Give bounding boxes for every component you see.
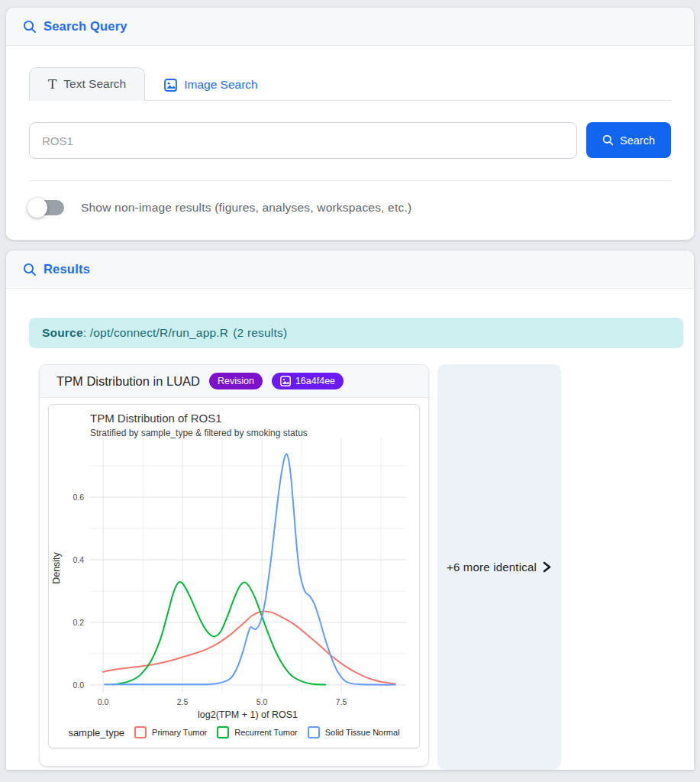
- legend-title: sample_type: [68, 727, 124, 738]
- tab-text-search[interactable]: T Text Search: [29, 67, 145, 101]
- tab-image-search[interactable]: Image Search: [145, 68, 277, 101]
- results-search-icon: [23, 263, 37, 276]
- text-search-icon: T: [48, 78, 56, 91]
- svg-text:0.2: 0.2: [73, 618, 84, 627]
- more-identical-label: +6 more identical: [447, 561, 537, 574]
- image-search-icon: [164, 79, 177, 92]
- search-query-panel: Search Query T Text Search Image Search …: [6, 8, 694, 240]
- tab-text-search-label: Text Search: [63, 77, 126, 91]
- tab-image-search-label: Image Search: [184, 78, 258, 92]
- source-banner: Source: /opt/connect/R/run_app.R(2 resul…: [29, 318, 683, 348]
- legend-label: Primary Tumor: [152, 728, 207, 737]
- search-input[interactable]: [29, 122, 577, 159]
- plot-subtitle: Stratified by sample_type & filtered by …: [90, 428, 419, 438]
- search-button[interactable]: Search: [586, 122, 671, 158]
- results-body: Source: /opt/connect/R/run_app.R(2 resul…: [6, 289, 694, 770]
- search-button-icon: [602, 134, 614, 146]
- image-hash-badge-label: 16a4f4ee: [295, 376, 335, 386]
- search-icon: [23, 20, 37, 34]
- source-label: Source: [42, 326, 83, 339]
- legend-label: Recurrent Tumor: [234, 728, 298, 737]
- svg-text:5.0: 5.0: [256, 697, 268, 706]
- svg-text:7.5: 7.5: [336, 697, 347, 706]
- search-row: Search: [29, 122, 671, 159]
- result-card-header: TPM Distribution in LUAD Revision 16a4f4…: [40, 365, 428, 398]
- result-card-title: TPM Distribution in LUAD: [56, 374, 200, 389]
- search-body: T Text Search Image Search Search: [6, 46, 694, 240]
- results-panel: Results Source: /opt/connect/R/run_app.R…: [6, 250, 694, 770]
- source-count: (2 results): [233, 326, 287, 339]
- plot-title: TPM Distribution of ROS1: [90, 411, 419, 426]
- search-query-header: Search Query: [6, 8, 694, 46]
- svg-text:0.0: 0.0: [73, 680, 84, 690]
- result-card-body: TPM Distribution of ROS1 Stratified by s…: [40, 398, 428, 758]
- legend-item: Recurrent Tumor: [217, 726, 298, 738]
- svg-text:0.6: 0.6: [73, 493, 84, 502]
- legend-key-icon: [308, 726, 320, 738]
- density-chart: 0.02.55.07.50.00.20.40.6log2(TPM + 1) of…: [49, 438, 420, 723]
- legend-item: Solid Tissue Normal: [308, 726, 400, 738]
- legend-key-icon: [217, 726, 229, 738]
- search-query-title: Search Query: [44, 19, 127, 34]
- revision-badge-label: Revision: [218, 376, 254, 386]
- toggle-knob: [27, 198, 47, 218]
- results-header: Results: [6, 250, 694, 289]
- chart-legend: sample_typePrimary TumorRecurrent TumorS…: [49, 726, 419, 738]
- svg-text:0.0: 0.0: [98, 697, 109, 706]
- divider: [29, 180, 671, 181]
- svg-text:2.5: 2.5: [177, 697, 189, 706]
- more-identical-panel[interactable]: +6 more identical: [437, 364, 561, 770]
- non-image-results-toggle[interactable]: [29, 200, 64, 215]
- page: Search Query T Text Search Image Search …: [0, 0, 700, 770]
- plot-container: TPM Distribution of ROS1 Stratified by s…: [48, 404, 420, 748]
- search-tabs: T Text Search Image Search: [29, 67, 671, 101]
- image-icon: [280, 376, 291, 386]
- svg-text:0.4: 0.4: [73, 555, 84, 564]
- svg-text:log2(TPM + 1) of ROS1: log2(TPM + 1) of ROS1: [198, 709, 298, 720]
- search-button-label: Search: [620, 134, 655, 147]
- legend-label: Solid Tissue Normal: [325, 728, 400, 737]
- toggle-label: Show non-image results (figures, analyse…: [81, 201, 411, 215]
- legend-key-icon: [134, 726, 147, 738]
- result-card[interactable]: TPM Distribution in LUAD Revision 16a4f4…: [39, 364, 429, 767]
- svg-text:Density: Density: [51, 551, 62, 583]
- toggle-row: Show non-image results (figures, analyse…: [29, 200, 671, 220]
- results-title: Results: [44, 262, 90, 276]
- source-path: : /opt/connect/R/run_app.R: [83, 326, 228, 339]
- chevron-right-icon: [542, 561, 552, 573]
- revision-badge: Revision: [209, 373, 263, 389]
- legend-item: Primary Tumor: [134, 726, 207, 738]
- image-hash-badge: 16a4f4ee: [272, 373, 344, 389]
- results-row: TPM Distribution in LUAD Revision 16a4f4…: [39, 364, 683, 770]
